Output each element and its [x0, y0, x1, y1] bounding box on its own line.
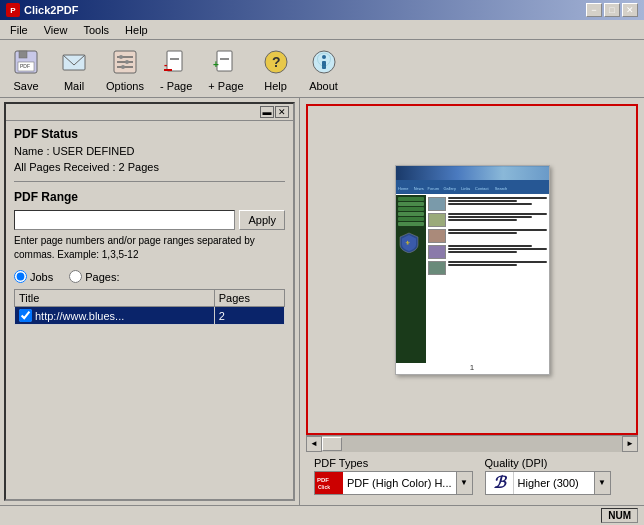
- radio-pages-text: Pages:: [85, 271, 119, 283]
- svg-rect-4: [63, 55, 85, 70]
- plus-page-button[interactable]: + + Page: [204, 44, 247, 94]
- bottom-bar: PDF Types PDF Click PDF (High Color) H..…: [306, 451, 638, 499]
- text-line: [448, 213, 547, 215]
- radio-jobs-text: Jobs: [30, 271, 53, 283]
- pdf-name-row: Name : USER DEFINED: [14, 145, 285, 157]
- minus-page-button[interactable]: - - Page: [156, 44, 196, 94]
- scroll-right-button[interactable]: ►: [622, 436, 638, 452]
- app-icon: P: [6, 3, 20, 17]
- num-lock-indicator: NUM: [601, 508, 638, 523]
- job-table: Title Pages http://www.blues...: [14, 289, 285, 325]
- about-button[interactable]: About: [304, 44, 344, 94]
- svg-text:-: -: [164, 59, 167, 70]
- page-main-content: [426, 195, 549, 363]
- radio-pages-label[interactable]: Pages:: [69, 270, 119, 283]
- divider-1: [14, 181, 285, 182]
- table-cell-title: http://www.blues...: [15, 307, 215, 325]
- radio-jobs[interactable]: [14, 270, 27, 283]
- minus-page-icon: -: [160, 46, 192, 78]
- menu-bar: File View Tools Help: [0, 20, 644, 40]
- svg-rect-16: [217, 51, 232, 71]
- pdf-type-dropdown-arrow[interactable]: ▼: [456, 472, 472, 494]
- about-icon: [308, 46, 340, 78]
- scrollbar-area: ◄ ►: [306, 435, 638, 451]
- quality-label: Quality (DPI): [485, 457, 611, 469]
- apply-button[interactable]: Apply: [239, 210, 285, 230]
- text-line: [448, 261, 547, 263]
- svg-text:PDF: PDF: [317, 477, 329, 483]
- news-row: [428, 261, 547, 275]
- scroll-track[interactable]: [322, 436, 622, 452]
- text-line: [448, 245, 532, 247]
- range-input[interactable]: [14, 210, 235, 230]
- svg-point-9: [119, 55, 123, 59]
- panel-resize-button[interactable]: ▬: [260, 106, 274, 118]
- col-title: Title: [15, 290, 215, 307]
- menu-tools[interactable]: Tools: [77, 22, 115, 38]
- close-button[interactable]: ✕: [622, 3, 638, 17]
- minimize-button[interactable]: −: [586, 3, 602, 17]
- page-sidebar: ⚜: [396, 195, 426, 363]
- news-text: [448, 197, 547, 211]
- text-line: [448, 264, 517, 266]
- scroll-thumb[interactable]: [322, 437, 342, 451]
- menu-view[interactable]: View: [38, 22, 74, 38]
- menu-file[interactable]: File: [4, 22, 34, 38]
- text-line: [448, 251, 517, 253]
- preview-page: Home News Forum Gallery Links Contact Se…: [395, 165, 550, 375]
- radio-pages[interactable]: [69, 270, 82, 283]
- quality-selector[interactable]: ℬ Higher (300) ▼: [485, 471, 611, 495]
- row-checkbox[interactable]: [19, 309, 32, 322]
- maximize-button[interactable]: □: [604, 3, 620, 17]
- svg-point-10: [125, 60, 129, 64]
- panel-titlebar-buttons: ▬ ✕: [260, 106, 289, 118]
- panel-close-button[interactable]: ✕: [275, 106, 289, 118]
- text-line: [448, 203, 532, 205]
- radio-jobs-label[interactable]: Jobs: [14, 270, 53, 283]
- quality-icon: ℬ: [486, 472, 514, 494]
- mail-button[interactable]: Mail: [54, 44, 94, 94]
- sidebar-link: [398, 212, 424, 216]
- help-label: Help: [264, 80, 287, 92]
- svg-rect-23: [322, 61, 326, 69]
- news-img: [428, 261, 446, 275]
- quality-dropdown-arrow[interactable]: ▼: [594, 472, 610, 494]
- news-img: [428, 197, 446, 211]
- news-text: [448, 213, 547, 227]
- panel-content: PDF Status Name : USER DEFINED All Pages…: [6, 121, 293, 331]
- toolbar: PDF Save Mail Options: [0, 40, 644, 98]
- options-icon: [109, 46, 141, 78]
- menu-help[interactable]: Help: [119, 22, 154, 38]
- pdf-type-selector[interactable]: PDF Click PDF (High Color) H... ▼: [314, 471, 473, 495]
- help-button[interactable]: ? Help: [256, 44, 296, 94]
- text-line: [448, 232, 517, 234]
- pdf-status-title: PDF Status: [14, 127, 285, 141]
- news-img: [428, 213, 446, 227]
- left-panel: ▬ ✕ PDF Status Name : USER DEFINED All P…: [0, 98, 300, 505]
- pdf-types-group: PDF Types PDF Click PDF (High Color) H..…: [314, 457, 473, 495]
- sidebar-link: [398, 217, 424, 221]
- svg-rect-35: [316, 473, 342, 493]
- title-bar-left: P Click2PDF: [6, 3, 78, 17]
- options-button[interactable]: Options: [102, 44, 148, 94]
- save-button[interactable]: PDF Save: [6, 44, 46, 94]
- pdf-types-label: PDF Types: [314, 457, 473, 469]
- news-text: [448, 245, 547, 259]
- svg-text:Click: Click: [318, 484, 330, 490]
- right-panel: Home News Forum Gallery Links Contact Se…: [300, 98, 644, 505]
- scroll-left-button[interactable]: ◄: [306, 436, 322, 452]
- news-img: [428, 245, 446, 259]
- quality-group: Quality (DPI) ℬ Higher (300) ▼: [485, 457, 611, 495]
- sidebar-link: [398, 222, 424, 226]
- sidebar-link: [398, 207, 424, 211]
- svg-text:Home: Home: [397, 185, 408, 190]
- quality-value: Higher (300): [514, 475, 594, 491]
- news-text: [448, 261, 547, 275]
- page-header-img: Home News Forum Gallery Links Contact Se…: [396, 166, 549, 194]
- svg-rect-25: [396, 166, 549, 180]
- text-line: [448, 219, 517, 221]
- table-row[interactable]: http://www.blues... 2: [15, 307, 285, 325]
- sidebar-link: [398, 202, 424, 206]
- text-line: [448, 248, 547, 250]
- svg-text:Gallery: Gallery: [443, 185, 456, 190]
